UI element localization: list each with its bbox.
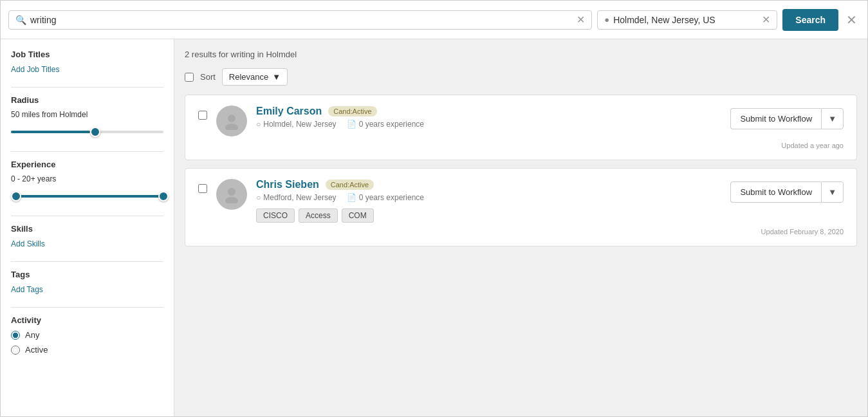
activity-active-label: Active [25,345,48,355]
location-clear-button[interactable]: ✕ [762,15,770,25]
app-container: 🔍 ✕ ● ✕ Search ✕ Job Titles Add Job Titl… [0,0,868,417]
status-badge: Cand:Active [328,106,376,116]
sort-chevron-icon: ▼ [272,72,281,82]
experience-slider-thumb-right[interactable] [158,191,169,201]
sidebar: Job Titles Add Job Titles Radius 50 mile… [1,39,174,416]
filter-job-titles-title: Job Titles [11,50,163,59]
candidate-name[interactable]: Chris Sieben [256,179,319,190]
activity-active-option[interactable]: Active [11,345,163,355]
divider-2 [11,151,163,152]
add-tags-link[interactable]: Add Tags [11,285,43,294]
card-footer: Updated a year ago [198,142,844,149]
search-button[interactable]: Search [782,9,838,31]
candidate-experience: 📄 0 years experience [347,193,424,202]
candidate-location: ○ Medford, New Jersey [256,193,337,202]
svg-point-1 [225,124,238,130]
card-actions-row: Emily Carson Cand:Active ○ Holmdel, New … [198,106,844,136]
status-badge: Cand:Active [326,180,374,190]
updated-text: Updated a year ago [781,142,844,149]
workflow-btn-wrap: Submit to Workflow ▼ [730,108,844,129]
filter-skills: Skills Add Skills [11,224,163,248]
add-skills-link[interactable]: Add Skills [11,239,45,248]
card-actions-row: Chris Sieben Cand:Active ○ Medford, New … [198,179,844,223]
divider-5 [11,307,163,308]
card-footer: Updated February 8, 2020 [198,228,844,236]
location-icon: ○ [256,120,261,129]
filter-tags: Tags Add Tags [11,270,163,294]
divider-4 [11,261,163,262]
svg-point-3 [225,197,238,203]
filter-skills-title: Skills [11,224,163,234]
experience-slider-thumb-left[interactable] [11,191,21,201]
location-input-wrap: ● ✕ [597,10,777,30]
card-top: Emily Carson Cand:Active ○ Holmdel, New … [198,106,424,136]
search-input[interactable] [30,15,573,25]
app-close-button[interactable]: ✕ [844,12,860,28]
search-icon: 🔍 [15,15,26,25]
skill-tag: CISCO [256,208,295,223]
briefcase-icon: 📄 [347,193,356,202]
activity-radio-group: Any Active [11,330,163,355]
briefcase-icon: 📄 [347,120,356,129]
candidates-container: Emily Carson Cand:Active ○ Holmdel, New … [185,95,857,246]
skill-tag: COM [342,208,374,223]
select-all-checkbox[interactable] [185,73,194,82]
activity-active-radio[interactable] [11,346,20,355]
svg-point-0 [228,115,235,122]
candidate-meta: ○ Medford, New Jersey 📄 0 years experien… [256,193,424,202]
radius-slider-fill [11,131,90,133]
candidate-info: Emily Carson Cand:Active ○ Holmdel, New … [256,106,424,129]
results-header: 2 results for writing in Holmdel [185,50,857,59]
workflow-chevron-button[interactable]: ▼ [821,181,844,203]
candidate-location: ○ Holmdel, New Jersey [256,120,337,129]
sort-selected-value: Relevance [229,72,268,82]
avatar [216,179,247,210]
candidate-name-row: Chris Sieben Cand:Active [256,179,424,190]
search-clear-button[interactable]: ✕ [577,15,585,25]
candidate-card: Emily Carson Cand:Active ○ Holmdel, New … [185,95,857,160]
activity-any-option[interactable]: Any [11,330,163,340]
filter-experience-title: Experience [11,160,163,169]
main-layout: Job Titles Add Job Titles Radius 50 mile… [1,39,867,416]
filter-activity: Activity Any Active [11,315,163,355]
workflow-btn-wrap: Submit to Workflow ▼ [730,181,844,203]
sort-select[interactable]: Relevance ▼ [222,68,288,86]
avatar [216,106,247,136]
search-bar: 🔍 ✕ ● ✕ Search ✕ [1,1,867,39]
add-job-titles-link[interactable]: Add Job Titles [11,65,59,74]
workflow-chevron-button[interactable]: ▼ [821,108,844,129]
divider-3 [11,216,163,216]
candidate-card: Chris Sieben Cand:Active ○ Medford, New … [185,168,857,246]
location-icon: ○ [256,193,261,202]
submit-workflow-button[interactable]: Submit to Workflow [730,181,821,203]
card-top: Chris Sieben Cand:Active ○ Medford, New … [198,179,424,223]
location-input[interactable] [613,15,758,25]
content-area: 2 results for writing in Holmdel Sort Re… [174,39,867,416]
filter-activity-title: Activity [11,315,163,325]
experience-slider-fill [11,195,163,198]
filter-radius-title: Radius [11,95,163,105]
divider-1 [11,87,163,88]
submit-workflow-button[interactable]: Submit to Workflow [730,108,821,129]
candidate-name-row: Emily Carson Cand:Active [256,106,424,117]
candidate-experience: 📄 0 years experience [347,120,424,129]
candidate-meta: ○ Holmdel, New Jersey 📄 0 years experien… [256,120,424,129]
search-input-wrap: 🔍 ✕ [8,10,592,30]
candidate-checkbox[interactable] [198,111,207,120]
sort-bar: Sort Relevance ▼ [185,68,857,86]
filter-experience: Experience 0 - 20+ years [11,160,163,203]
radius-slider-thumb[interactable] [90,127,100,137]
candidate-info: Chris Sieben Cand:Active ○ Medford, New … [256,179,424,223]
skill-tag: Access [299,208,338,223]
radius-slider[interactable] [11,125,163,138]
filter-tags-title: Tags [11,270,163,279]
activity-any-label: Any [25,330,39,340]
sort-label: Sort [200,72,216,82]
radius-value: 50 miles from Holmdel [11,110,163,119]
skill-tags: CISCOAccessCOM [256,208,424,223]
filter-radius: Radius 50 miles from Holmdel [11,95,163,138]
candidate-checkbox[interactable] [198,184,207,193]
experience-slider[interactable] [11,190,163,203]
activity-any-radio[interactable] [11,331,20,340]
candidate-name[interactable]: Emily Carson [256,106,322,117]
